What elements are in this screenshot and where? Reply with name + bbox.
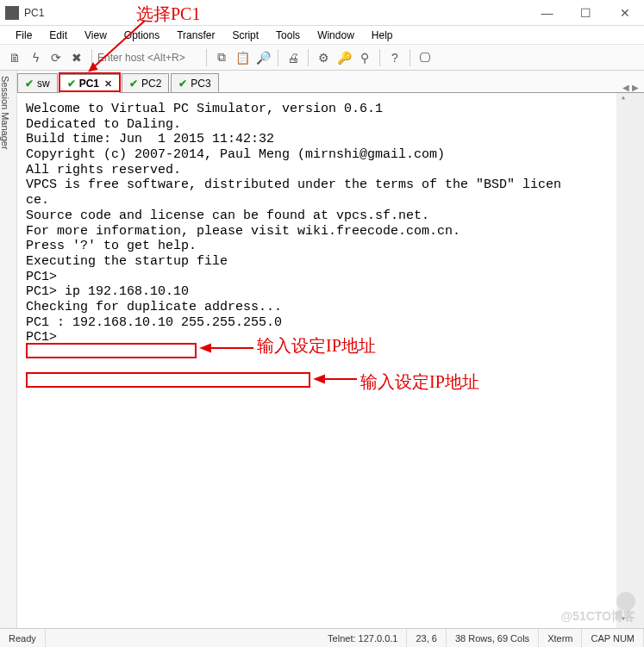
paste-icon[interactable]: 📋 (233, 48, 252, 67)
toolbar-separator (308, 49, 309, 66)
status-pos: 23, 6 (407, 629, 446, 647)
terminal-line: Source code and license can be found at … (26, 208, 625, 224)
menu-view[interactable]: View (78, 29, 114, 41)
terminal-line: PC1> (26, 330, 625, 345)
session-manager-tab[interactable]: Session Manager (0, 71, 17, 628)
terminal-line: PC1> ip 192.168.10.10 (26, 284, 625, 300)
terminal-line: For more information, please visit wiki.… (26, 224, 625, 240)
tab-label: PC3 (191, 78, 210, 90)
window-controls: — ☐ ✕ (528, 0, 644, 26)
terminal-line: Checking for duplicate address... (26, 300, 625, 315)
close-button[interactable]: ✕ (605, 0, 644, 26)
terminal-line: Dedicated to Daling. (26, 117, 625, 133)
menu-window[interactable]: Window (310, 29, 361, 41)
terminal-line: PC1 : 192.168.10.10 255.255.255.0 (26, 315, 625, 331)
status-ready: Ready (0, 629, 46, 647)
maximize-button[interactable]: ☐ (566, 0, 605, 26)
menu-file[interactable]: File (9, 29, 39, 41)
terminal-line: Copyright (c) 2007-2014, Paul Meng (mirn… (26, 147, 625, 163)
watermark-text: @51CTO博客 (560, 609, 635, 625)
status-caps: CAP NUM (582, 629, 644, 647)
window-title: PC1 (24, 7, 528, 19)
main-area: Session Manager ✔ sw ✔ PC1 ✕ ✔ PC2 ✔ PC3… (0, 71, 644, 628)
tab-pc3[interactable]: ✔ PC3 (171, 73, 218, 92)
right-area: ✔ sw ✔ PC1 ✕ ✔ PC2 ✔ PC3 ◀ ▶ Welcome to … (17, 71, 644, 628)
check-icon: ✔ (67, 78, 76, 90)
terminal-line: Executing the startup file (26, 254, 625, 270)
minimize-button[interactable]: — (528, 0, 566, 26)
check-icon: ✔ (178, 78, 187, 90)
disconnect-icon[interactable]: ✖ (67, 48, 86, 67)
tab-label: PC1 (79, 78, 99, 90)
status-telnet: Telnet: 127.0.0.1 (319, 629, 407, 647)
statusbar: Ready Telnet: 127.0.0.1 23, 6 38 Rows, 6… (0, 628, 644, 647)
menu-help[interactable]: Help (365, 29, 400, 41)
menu-tools[interactable]: Tools (269, 29, 307, 41)
terminal-line: Welcome to Virtual PC Simulator, version… (26, 102, 625, 117)
copy-icon[interactable]: ⧉ (212, 48, 231, 67)
terminal-line: Press '?' to get help. (26, 239, 625, 254)
host-input[interactable] (97, 52, 201, 64)
status-size: 38 Rows, 69 Cols (447, 629, 539, 647)
screen-icon[interactable]: 🖵 (416, 48, 435, 67)
watermark-logo-icon (616, 592, 635, 611)
titlebar: PC1 — ☐ ✕ (0, 0, 644, 26)
scroll-up-icon[interactable]: ▴ (616, 93, 630, 107)
terminal-line: Build time: Jun 1 2015 11:42:32 (26, 132, 625, 147)
scrollbar-vertical[interactable]: ▴ ▾ (616, 93, 630, 628)
toolbar-separator (206, 49, 207, 66)
toolbar-separator (410, 49, 410, 66)
menu-options[interactable]: Options (117, 29, 166, 41)
check-icon: ✔ (129, 78, 138, 90)
terminal-line: VPCS is free software, distributed under… (26, 177, 625, 193)
quick-connect-icon[interactable]: ϟ (26, 48, 45, 67)
menubar: File Edit View Options Transfer Script T… (0, 26, 644, 45)
reconnect-icon[interactable]: ⟳ (47, 48, 66, 67)
tag-icon[interactable]: ⚲ (355, 48, 374, 67)
tab-pc1[interactable]: ✔ PC1 ✕ (59, 74, 120, 93)
tab-pc2[interactable]: ✔ PC2 (122, 73, 169, 92)
menu-script[interactable]: Script (225, 29, 266, 41)
toolbar-separator (379, 49, 380, 66)
tab-label: sw (37, 78, 50, 90)
terminal-line: ce. (26, 193, 625, 208)
options-icon[interactable]: ⚙ (314, 48, 333, 67)
tab-label: PC2 (141, 78, 161, 90)
help-icon[interactable]: ? (385, 48, 404, 67)
app-icon (5, 6, 19, 20)
menu-transfer[interactable]: Transfer (170, 29, 222, 41)
host-entry[interactable] (97, 52, 201, 64)
find-icon[interactable]: 🔎 (253, 48, 272, 67)
tab-scroll-arrows[interactable]: ◀ ▶ (622, 83, 639, 92)
tab-close-icon[interactable]: ✕ (104, 78, 112, 90)
terminal-line: All rights reserved. (26, 163, 625, 178)
check-icon: ✔ (25, 78, 34, 90)
new-session-icon[interactable]: 🗎 (5, 48, 24, 67)
menu-edit[interactable]: Edit (42, 29, 74, 41)
session-tabs: ✔ sw ✔ PC1 ✕ ✔ PC2 ✔ PC3 ◀ ▶ (17, 71, 644, 93)
toolbar: 🗎 ϟ ⟳ ✖ ⧉ 📋 🔎 🖨 ⚙ 🔑 ⚲ ? 🖵 (0, 45, 644, 71)
terminal[interactable]: Welcome to Virtual PC Simulator, version… (17, 93, 644, 628)
status-term: Xterm (539, 629, 582, 647)
tab-sw[interactable]: ✔ sw (17, 73, 58, 92)
toolbar-separator (278, 49, 278, 66)
terminal-line: PC1> (26, 270, 625, 285)
toolbar-separator (91, 49, 92, 66)
key-icon[interactable]: 🔑 (335, 48, 353, 67)
print-icon[interactable]: 🖨 (284, 48, 303, 67)
